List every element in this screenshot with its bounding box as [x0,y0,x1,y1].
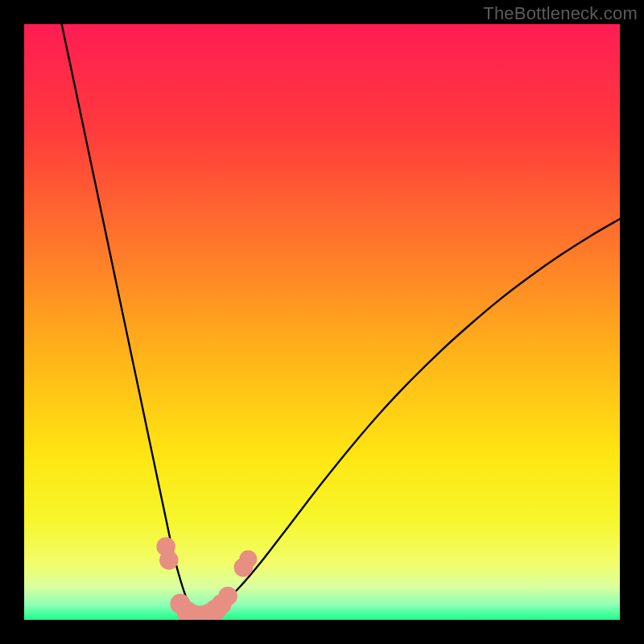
chart-frame [24,24,620,620]
scatter-point [218,587,237,606]
scatter-point [159,551,179,570]
attribution-label: TheBottleneck.com [483,3,638,24]
scatter-point [239,551,257,568]
gradient-background [24,24,620,620]
bottleneck-chart [24,24,620,620]
